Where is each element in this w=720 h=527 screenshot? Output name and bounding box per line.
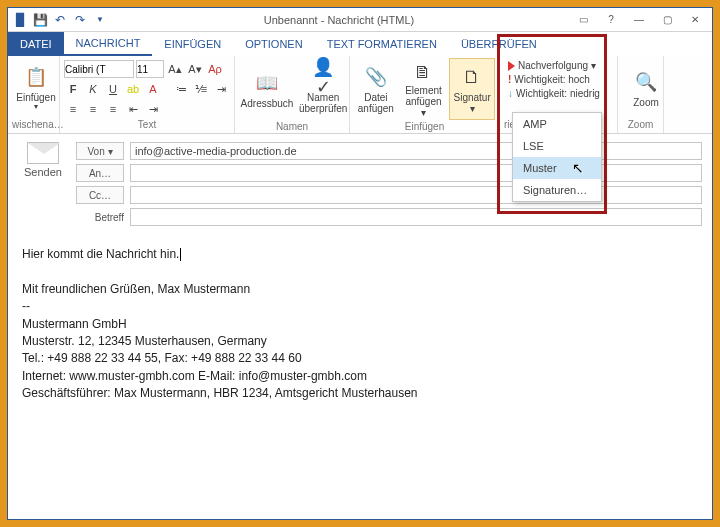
zoom-icon: 🔍 xyxy=(632,69,660,97)
body-sep: -- xyxy=(22,298,698,315)
paperclip-icon: 📎 xyxy=(362,64,390,92)
paste-button[interactable]: 📋 Einfügen ▾ xyxy=(12,58,60,118)
message-header: Senden Von ▾ info@active-media-productio… xyxy=(8,134,712,234)
indent-icon[interactable]: ⇥ xyxy=(212,80,230,98)
tab-optionen[interactable]: OPTIONEN xyxy=(233,32,314,56)
tab-datei[interactable]: DATEI xyxy=(8,32,64,56)
signature-icon: 🗋 xyxy=(458,64,486,92)
body-legal: Geschäftsführer: Max Mustermann, HBR 123… xyxy=(22,385,698,402)
signature-menu-item[interactable]: Muster xyxy=(513,157,601,179)
checknames-label: Namen überprüfen xyxy=(299,92,347,114)
bold-icon[interactable]: F xyxy=(64,80,82,98)
body-web: Internet: www.muster-gmbh.com E-Mail: in… xyxy=(22,368,698,385)
numbering-icon[interactable]: ⅟≡ xyxy=(192,80,210,98)
italic-icon[interactable]: K xyxy=(84,80,102,98)
subject-field[interactable] xyxy=(130,208,702,226)
followup-button[interactable]: Nachverfolgung ▾ xyxy=(508,60,600,71)
highlight-icon[interactable]: ab xyxy=(124,80,142,98)
followup-label: Nachverfolgung ▾ xyxy=(518,60,596,71)
include-group-label: Einfügen xyxy=(354,120,495,133)
envelope-icon xyxy=(27,142,59,164)
ribbon: 📋 Einfügen ▾ wischena… A▴ A▾ Aρ F K U xyxy=(8,56,712,134)
redo-icon[interactable]: ↷ xyxy=(72,12,88,28)
ribbon-tabs: DATEI NACHRICHT EINFÜGEN OPTIONEN TEXT F… xyxy=(8,32,712,56)
attachfile-button[interactable]: 📎 Datei anfügen xyxy=(354,58,398,120)
signature-menu-item[interactable]: AMP xyxy=(513,113,601,135)
close-icon[interactable]: ✕ xyxy=(682,11,708,29)
ribbon-options-icon[interactable]: ▭ xyxy=(570,11,596,29)
clipboard-group-label: wischena… xyxy=(12,118,55,131)
tab-ueberpruefen[interactable]: ÜBERPRÜFEN xyxy=(449,32,549,56)
subject-label: Betreff xyxy=(76,212,124,223)
flag-icon xyxy=(508,61,515,71)
attachitem-button[interactable]: 🗎 Element anfügen ▾ xyxy=(400,58,448,120)
save-icon[interactable]: 💾 xyxy=(32,12,48,28)
qat-more-icon[interactable]: ▼ xyxy=(92,12,108,28)
zoom-group-label: Zoom xyxy=(622,118,659,131)
from-button[interactable]: Von ▾ xyxy=(76,142,124,160)
title-bar: ▉ 💾 ↶ ↷ ▼ Unbenannt - Nachricht (HTML) ▭… xyxy=(8,8,712,32)
attachitem-label: Element anfügen ▾ xyxy=(402,85,446,118)
signature-menu-item[interactable]: Signaturen… xyxy=(513,179,601,201)
cc-button[interactable]: Cc… xyxy=(76,186,124,204)
maximize-icon[interactable]: ▢ xyxy=(654,11,680,29)
checknames-button[interactable]: 👤✓ Namen überprüfen xyxy=(297,58,349,120)
font-group-label: Text xyxy=(64,118,230,131)
align-left-icon[interactable]: ≡ xyxy=(64,100,82,118)
signature-menu: AMP LSE Muster Signaturen… xyxy=(512,112,602,202)
to-button[interactable]: An… xyxy=(76,164,124,182)
body-line1: Hier kommt die Nachricht hin. xyxy=(22,247,181,261)
body-company: Mustermann GmbH xyxy=(22,316,698,333)
help-icon[interactable]: ? xyxy=(598,11,624,29)
minimize-icon[interactable]: — xyxy=(626,11,652,29)
cc-field[interactable] xyxy=(130,186,702,204)
bullets-icon[interactable]: ≔ xyxy=(172,80,190,98)
message-body[interactable]: Hier kommt die Nachricht hin. Mit freund… xyxy=(8,234,712,519)
zoom-label: Zoom xyxy=(633,97,659,108)
font-size-select[interactable] xyxy=(136,60,164,78)
body-greeting: Mit freundlichen Grüßen, Max Mustermann xyxy=(22,281,698,298)
importance-low-icon: ↓ xyxy=(508,88,513,99)
signature-button[interactable]: 🗋 Signatur ▾ xyxy=(449,58,495,120)
align-right-icon[interactable]: ≡ xyxy=(104,100,122,118)
attachfile-label: Datei anfügen xyxy=(356,92,396,114)
window-title: Unbenannt - Nachricht (HTML) xyxy=(108,14,570,26)
names-group-label: Namen xyxy=(239,120,345,133)
tab-nachricht[interactable]: NACHRICHT xyxy=(64,32,153,56)
font-family-select[interactable] xyxy=(64,60,134,78)
zoom-button[interactable]: 🔍 Zoom xyxy=(622,58,670,118)
clipboard-icon: 📋 xyxy=(22,64,50,92)
increase-font-icon[interactable]: A▴ xyxy=(166,60,184,78)
addressbook-label: Adressbuch xyxy=(241,98,294,109)
high-label: Wichtigkeit: hoch xyxy=(514,74,590,85)
indent2-icon[interactable]: ⇥ xyxy=(144,100,162,118)
addressbook-icon: 📖 xyxy=(253,70,281,98)
importance-high-icon: ! xyxy=(508,74,511,85)
low-label: Wichtigkeit: niedrig xyxy=(516,88,600,99)
tab-einfuegen[interactable]: EINFÜGEN xyxy=(152,32,233,56)
attachitem-icon: 🗎 xyxy=(409,60,437,85)
checknames-icon: 👤✓ xyxy=(309,64,337,92)
signature-label: Signatur ▾ xyxy=(452,92,492,114)
tab-textformatieren[interactable]: TEXT FORMATIEREN xyxy=(315,32,449,56)
body-addr: Musterstr. 12, 12345 Musterhausen, Germa… xyxy=(22,333,698,350)
importance-low-button[interactable]: ↓Wichtigkeit: niedrig xyxy=(508,88,600,99)
clear-format-icon[interactable]: Aρ xyxy=(206,60,224,78)
importance-high-button[interactable]: !Wichtigkeit: hoch xyxy=(508,74,600,85)
font-color-icon[interactable]: A xyxy=(144,80,162,98)
send-button[interactable]: Senden xyxy=(24,166,62,178)
to-field[interactable] xyxy=(130,164,702,182)
from-field[interactable]: info@active-media-production.de xyxy=(130,142,702,160)
decrease-font-icon[interactable]: A▾ xyxy=(186,60,204,78)
signature-menu-item[interactable]: LSE xyxy=(513,135,601,157)
align-center-icon[interactable]: ≡ xyxy=(84,100,102,118)
outdent-icon[interactable]: ⇤ xyxy=(124,100,142,118)
addressbook-button[interactable]: 📖 Adressbuch xyxy=(239,58,295,120)
undo-icon[interactable]: ↶ xyxy=(52,12,68,28)
underline-icon[interactable]: U xyxy=(104,80,122,98)
body-tel: Tel.: +49 888 22 33 44 55, Fax: +49 888 … xyxy=(22,350,698,367)
qat-icon: ▉ xyxy=(12,12,28,28)
